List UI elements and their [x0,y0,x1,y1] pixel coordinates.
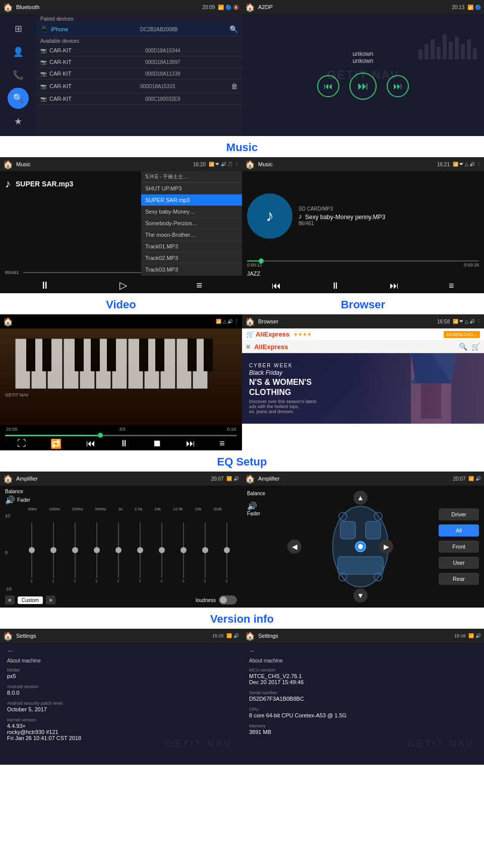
eq-slider-track-4[interactable] [118,522,119,578]
eq-slider-thumb-5[interactable] [137,547,143,553]
sidebar-bt-icon[interactable]: ★ [8,111,29,132]
music-left-home-icon[interactable]: 🏠 [3,160,13,169]
sidebar-phone-icon[interactable]: 📞 [8,64,29,86]
eq-slider-track-5[interactable] [140,522,141,578]
eq-slider-thumb-0[interactable] [29,547,35,553]
eq-slider-thumb-1[interactable] [50,547,56,553]
eq-slider-thumb-2[interactable] [72,547,78,553]
bt-search-icon[interactable]: 🔍 [229,25,238,33]
eq-nav-up-btn[interactable]: ▲ [353,491,368,505]
version-right-back-btn[interactable]: ← [249,647,477,655]
browser-cart-icon[interactable]: 🛒 [471,343,480,351]
version-left-home-icon[interactable]: 🏠 [3,631,13,641]
video-stop-btn[interactable]: ⏹ [153,438,162,449]
music-dropdown-item-4[interactable]: The moon-Brother… [141,229,242,241]
music-left-controls: ⏸ ▷ ≡ [0,277,242,293]
eq-loudness-label: loudness [196,597,216,603]
browser-search-icon[interactable]: 🔍 [459,343,467,351]
sidebar-search-icon[interactable]: 🔍 [8,88,29,109]
music-right-home-icon[interactable]: 🏠 [245,160,255,169]
eq-nav-right-btn[interactable]: ▶ [379,540,393,554]
music-right-pause-btn[interactable]: ⏸ [331,281,340,291]
music-dropdown-item-6[interactable]: Track02.MP3 [141,252,242,264]
music-left-next-btn[interactable]: ▷ [119,279,127,291]
eq-custom-btn[interactable]: Custom [18,596,43,604]
browser-home-icon[interactable]: 🏠 [245,317,255,326]
music-dropdown-item-2[interactable]: Sexy baby-Money… [141,206,242,218]
version-left-back-btn[interactable]: ← [7,647,235,655]
home-icon[interactable]: 🏠 [3,3,13,12]
bt-title: Bluetooth [16,4,39,10]
bt-avail-device-4[interactable]: 📷 CAR-KIT 000D18A15315 🗑 [36,80,242,93]
a2dp-home-icon[interactable]: 🏠 [245,3,255,12]
video-prev-btn[interactable]: ⏮ [86,438,95,449]
eq-slider-thumb-3[interactable] [94,547,100,553]
eq-rear-btn[interactable]: Rear [439,573,479,585]
eq-slider-track-1[interactable] [53,522,54,578]
browser-download-btn[interactable]: DOWNLOAD ↓ [444,331,480,338]
eq-nav-down-btn[interactable]: ▼ [353,588,368,603]
eq-slider-track-0[interactable] [31,522,32,578]
browser-hamburger-icon[interactable]: ≡ [246,343,250,351]
eq-next-btn[interactable]: » [46,595,55,605]
eq-slider-track-9[interactable] [226,522,227,578]
video-time-current: 20:55 [6,427,18,432]
bt-paired-device-iphone[interactable]: 📱 iPhone DC2B2AB2008B 🔍 [36,23,242,36]
eq-slider-thumb-7[interactable] [180,547,187,553]
eq-level-neg10: -10 [5,586,20,591]
music-right-prev-btn[interactable]: ⏮ [272,281,281,291]
music-dropdown-item-3[interactable]: Somebody-Perzios… [141,218,242,229]
music-left-time: 16:20 [193,162,206,167]
music-left-list-btn[interactable]: ≡ [196,280,202,291]
version-right-field-2: CPU 8 core 64-bit CPU Coretex-A53 @ 1.5G [249,707,477,718]
bt-avail-device-3[interactable]: 📷 CAR KIT 000D18A11339 [36,68,242,80]
video-list-btn[interactable]: ≡ [219,438,225,449]
eq-slider-track-6[interactable] [161,522,162,578]
music-dropdown-item-5[interactable]: Track01.MP3 [141,241,242,252]
music-dropdown-item-1[interactable]: SUPER SAR.mp3 [141,194,242,206]
eq-sliders: 0 0 0 [21,511,237,593]
eq-slider-thumb-8[interactable] [202,547,208,553]
freq-60hz: 60hz [28,507,37,511]
eq-nav-left-btn[interactable]: ◀ [287,540,301,554]
eq-slider-track-7[interactable] [183,522,184,578]
music-right-list-btn[interactable]: ≡ [449,281,454,291]
music-dropdown-item-0[interactable]: SHUT UP.MP3 [141,183,242,194]
music-album-info: SD CARD/MP3 ♪ Sexy baby-Money penny.MP3 … [298,206,479,226]
video-repeat-btn[interactable]: 🔁 [50,438,62,449]
eq-user-btn[interactable]: User [439,557,479,569]
bt-trash-icon[interactable]: 🗑 [231,82,238,90]
browser-panel: 🏠 Browser 16:58 📶 ❤ △ 🔊 ⋮ 🛒 AliExpress ★… [242,314,484,450]
bt-avail-device-1[interactable]: 📷 CAR-KIT 000D18A15344 [36,45,242,56]
bt-avail-device-2[interactable]: 📷 CAR-KIT 000D18A13997 [36,56,242,68]
eq-loudness-toggle[interactable] [219,595,237,605]
eq-slider-track-3[interactable] [96,522,97,578]
svg-rect-36 [340,521,355,539]
eq-prev-btn[interactable]: « [5,595,15,605]
eq-left-home-icon[interactable]: 🏠 [3,474,13,484]
video-home-icon[interactable]: 🏠 [3,317,13,326]
eq-front-btn[interactable]: Front [439,541,479,553]
video-topbar-icons: 📶 △ 🔊 ⋮ [216,319,239,324]
video-fullscreen-btn[interactable]: ⛶ [17,438,26,449]
music-right-next-btn[interactable]: ⏭ [390,281,399,291]
version-right-home-icon[interactable]: 🏠 [245,631,255,641]
freq-15k: 15k [195,507,202,511]
sidebar-grid-icon[interactable]: ⊞ [8,18,29,39]
eq-slider-track-8[interactable] [205,522,206,578]
eq-all-btn[interactable]: All [439,524,479,537]
freq-200hz: 200hz [72,507,83,511]
eq-slider-thumb-4[interactable] [115,547,122,553]
video-play-btn[interactable]: ⏸ [119,438,129,449]
music-right-progress-dot [259,258,264,263]
music-left-pause-btn[interactable]: ⏸ [40,280,50,291]
eq-slider-track-2[interactable] [75,522,76,578]
eq-right-home-icon[interactable]: 🏠 [245,474,255,484]
video-next-btn[interactable]: ⏭ [186,438,195,449]
eq-driver-btn[interactable]: Driver [439,508,479,520]
music-dropdown-item-7[interactable]: Track03.MP3 [141,264,242,276]
eq-slider-thumb-6[interactable] [159,547,165,553]
sidebar-user-icon[interactable]: 👤 [8,41,29,62]
bt-avail-device-5[interactable]: 📷 CAR-KIT 000C180032E9 [36,93,242,105]
eq-slider-thumb-9[interactable] [224,547,230,553]
